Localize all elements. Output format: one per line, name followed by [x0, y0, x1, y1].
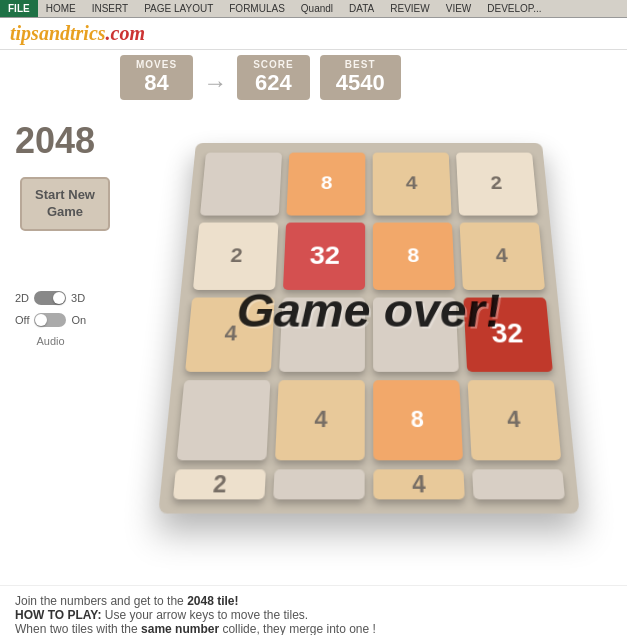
tile-13: 4: [274, 380, 364, 461]
mode-2d-label: 2D: [15, 292, 29, 304]
banner-text: tipsandtrics.com: [10, 22, 145, 44]
game-title: 2048: [15, 120, 95, 162]
menu-review[interactable]: REVIEW: [382, 1, 437, 16]
same-number-label: same number: [141, 622, 219, 635]
moves-label: MOVES: [136, 59, 177, 70]
site-banner: tipsandtrics.com: [0, 18, 627, 50]
tile-14: 8: [373, 380, 463, 461]
game-container: 2048 Start NewGame 2D 3D Off On Audio: [0, 105, 627, 585]
tile-16: 2: [172, 469, 265, 499]
menu-home[interactable]: HOME: [38, 1, 84, 16]
menu-page-layout[interactable]: PAGE LAYOUT: [136, 1, 221, 16]
tile-0: [200, 153, 282, 216]
arrow-icon: →: [203, 59, 227, 97]
instruction-line1: Join the numbers and get to the 2048 til…: [15, 594, 612, 608]
instructions-section: Join the numbers and get to the 2048 til…: [0, 585, 627, 635]
mode-3d-label: 3D: [71, 292, 85, 304]
file-button[interactable]: FILE: [0, 0, 38, 17]
tile-19: [472, 469, 565, 499]
tile-12: [176, 380, 270, 461]
stats-bar: MOVES 84 → SCORE 624 BEST 4540: [0, 50, 627, 105]
menu-bar: HOME INSERT PAGE LAYOUT FORMULAS Quandl …: [38, 1, 550, 16]
moves-value: 84: [136, 70, 177, 96]
tile-10: [372, 298, 458, 372]
score-stat: SCORE 624: [237, 55, 310, 100]
instruction-line3: When two tiles with the same number coll…: [15, 622, 612, 635]
audio-off-label: Off: [15, 314, 29, 326]
tile-11: 32: [463, 298, 552, 372]
audio-toggle-row: Off On: [15, 313, 86, 327]
audio-toggle-knob: [35, 314, 47, 326]
tile-6: 8: [372, 222, 454, 290]
moves-stat: MOVES 84: [120, 55, 193, 100]
tile-grid: 8422328443248424: [158, 143, 579, 514]
tile-7: 4: [459, 222, 545, 290]
toggle-section: 2D 3D Off On Audio: [15, 291, 86, 347]
menu-view[interactable]: VIEW: [438, 1, 480, 16]
tile-4: 2: [192, 222, 278, 290]
tile-3: 2: [455, 153, 537, 216]
tile-15: 4: [467, 380, 561, 461]
howtoplay-label: HOW TO PLAY:: [15, 608, 101, 622]
mode-toggle[interactable]: [34, 291, 66, 305]
tile-8: 4: [185, 298, 274, 372]
game-board[interactable]: 8422328443248424 Game over!: [158, 143, 579, 514]
menu-developer[interactable]: DEVELOP...: [479, 1, 549, 16]
best-stat: BEST 4540: [320, 55, 401, 100]
tile-17: [273, 469, 364, 499]
instruction-line2: HOW TO PLAY: Use your arrow keys to move…: [15, 608, 612, 622]
audio-toggle[interactable]: [34, 313, 66, 327]
audio-label: Audio: [15, 335, 86, 347]
best-value: 4540: [336, 70, 385, 96]
menu-insert[interactable]: INSERT: [84, 1, 137, 16]
menu-data[interactable]: DATA: [341, 1, 382, 16]
score-value: 624: [253, 70, 294, 96]
mode-toggle-knob: [53, 292, 65, 304]
tile-2: 4: [372, 153, 451, 216]
left-sidebar: 2048 Start NewGame 2D 3D Off On Audio: [10, 115, 120, 575]
mode-toggle-row: 2D 3D: [15, 291, 86, 305]
audio-on-label: On: [71, 314, 86, 326]
tile-9: [279, 298, 365, 372]
score-label: SCORE: [253, 59, 294, 70]
tile-18: 4: [373, 469, 464, 499]
start-new-game-button[interactable]: Start NewGame: [20, 177, 110, 231]
menu-formulas[interactable]: FORMULAS: [221, 1, 293, 16]
highlight-2048: 2048 tile!: [187, 594, 238, 608]
tile-1: 8: [286, 153, 365, 216]
excel-toolbar: FILE HOME INSERT PAGE LAYOUT FORMULAS Qu…: [0, 0, 627, 18]
howtoplay-content: Use your arrow keys to move the tiles.: [105, 608, 308, 622]
board-area: 8422328443248424 Game over!: [120, 115, 617, 575]
tile-5: 32: [282, 222, 364, 290]
best-label: BEST: [336, 59, 385, 70]
menu-quandl[interactable]: Quandl: [293, 1, 341, 16]
